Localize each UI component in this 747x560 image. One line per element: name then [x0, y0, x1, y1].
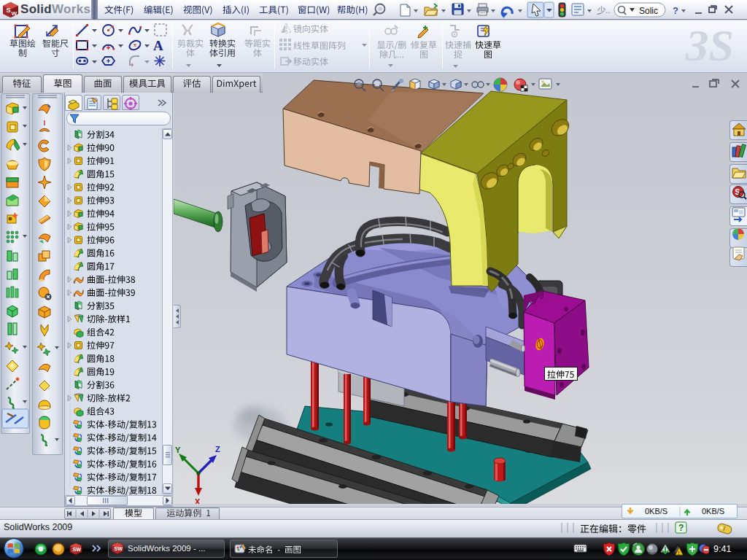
- svg-text:Solic: Solic: [639, 6, 658, 16]
- svg-text:SW: SW: [73, 547, 82, 552]
- svg-text:Y: Y: [175, 446, 181, 454]
- svg-text:!: !: [678, 551, 679, 556]
- svg-text:少..: 少..: [597, 5, 611, 15]
- svg-text:X: X: [195, 497, 201, 504]
- svg-text:?: ?: [673, 5, 678, 16]
- svg-text:?: ?: [678, 523, 684, 533]
- svg-text:Z: Z: [215, 445, 220, 454]
- svg-text:SW: SW: [115, 546, 123, 551]
